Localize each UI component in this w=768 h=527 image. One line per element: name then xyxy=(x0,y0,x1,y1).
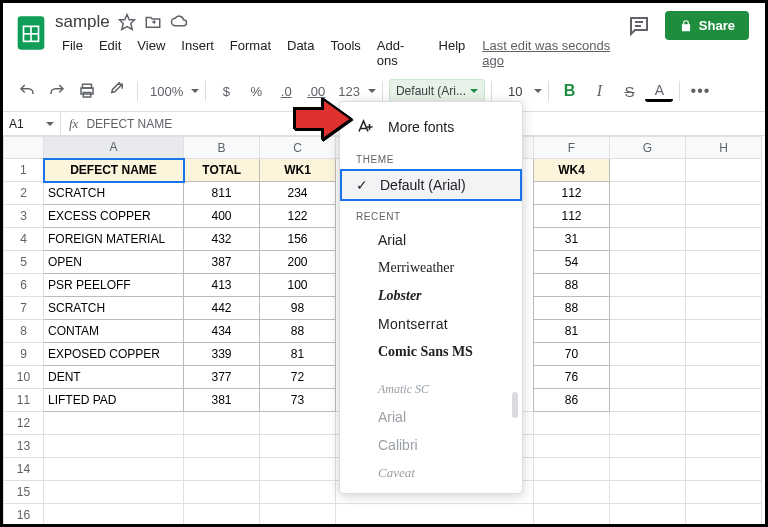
font-default-arial[interactable]: ✓ Default (Arial) xyxy=(340,169,522,201)
data-cell[interactable]: OPEN xyxy=(44,251,184,274)
font-calibri[interactable]: Calibri xyxy=(340,431,522,459)
data-cell[interactable]: 88 xyxy=(260,320,336,343)
data-cell[interactable]: 98 xyxy=(260,297,336,320)
data-cell[interactable]: 72 xyxy=(260,366,336,389)
empty-cell[interactable] xyxy=(610,481,686,504)
font-montserrat[interactable]: Montserrat xyxy=(340,310,522,338)
empty-cell[interactable] xyxy=(336,504,534,527)
font-family-select[interactable]: Default (Ari... xyxy=(389,79,485,103)
sheets-app-icon[interactable] xyxy=(13,11,49,55)
row-header[interactable]: 13 xyxy=(4,435,44,458)
empty-cell[interactable] xyxy=(184,458,260,481)
data-cell[interactable]: 112 xyxy=(534,182,610,205)
empty-cell[interactable] xyxy=(184,504,260,527)
italic-button[interactable]: I xyxy=(585,77,613,105)
dropdown-scrollbar-thumb[interactable] xyxy=(512,392,518,418)
last-edit-link[interactable]: Last edit was seconds ago xyxy=(482,35,627,71)
empty-cell[interactable] xyxy=(610,504,686,527)
data-cell[interactable]: SCRATCH xyxy=(44,297,184,320)
data-cell[interactable]: 76 xyxy=(534,366,610,389)
data-cell[interactable]: 400 xyxy=(184,205,260,228)
formula-input[interactable]: DEFECT NAME xyxy=(86,117,172,131)
data-cell[interactable]: 811 xyxy=(184,182,260,205)
empty-cell[interactable] xyxy=(260,481,336,504)
empty-cell[interactable] xyxy=(184,412,260,435)
empty-cell[interactable] xyxy=(44,504,184,527)
font-arial[interactable]: Arial xyxy=(340,226,522,254)
strikethrough-button[interactable]: S xyxy=(615,77,643,105)
row-header[interactable]: 12 xyxy=(4,412,44,435)
cloud-status-icon[interactable] xyxy=(170,13,188,31)
data-cell[interactable]: 381 xyxy=(184,389,260,412)
font-arial-2[interactable]: Arial xyxy=(340,403,522,431)
row-header[interactable]: 7 xyxy=(4,297,44,320)
row-header[interactable]: 9 xyxy=(4,343,44,366)
empty-cell[interactable] xyxy=(44,412,184,435)
zoom-select[interactable]: 100% xyxy=(144,84,199,99)
data-cell[interactable]: 86 xyxy=(534,389,610,412)
empty-cell[interactable] xyxy=(686,504,762,527)
col-header-h[interactable]: H xyxy=(686,137,762,159)
col-header-b[interactable]: B xyxy=(184,137,260,159)
data-cell[interactable]: SCRATCH xyxy=(44,182,184,205)
row-header[interactable]: 10 xyxy=(4,366,44,389)
row-header[interactable]: 3 xyxy=(4,205,44,228)
table-header-cell[interactable]: WK1 xyxy=(260,159,336,182)
col-header-f[interactable]: F xyxy=(534,137,610,159)
data-cell[interactable]: 122 xyxy=(260,205,336,228)
star-icon[interactable] xyxy=(118,13,136,31)
data-cell[interactable]: 112 xyxy=(534,205,610,228)
data-cell[interactable]: EXCESS COPPER xyxy=(44,205,184,228)
empty-cell[interactable] xyxy=(44,481,184,504)
menu-format[interactable]: Format xyxy=(223,35,278,71)
menu-data[interactable]: Data xyxy=(280,35,321,71)
row-header[interactable]: 15 xyxy=(4,481,44,504)
empty-cell[interactable] xyxy=(610,412,686,435)
data-cell[interactable]: PSR PEELOFF xyxy=(44,274,184,297)
data-cell[interactable]: 387 xyxy=(184,251,260,274)
data-cell[interactable]: 88 xyxy=(534,297,610,320)
row-header[interactable]: 16 xyxy=(4,504,44,527)
format-currency-button[interactable]: $ xyxy=(212,77,240,105)
data-cell[interactable]: 156 xyxy=(260,228,336,251)
empty-cell[interactable] xyxy=(686,458,762,481)
data-cell[interactable]: 100 xyxy=(260,274,336,297)
data-cell[interactable]: EXPOSED COPPER xyxy=(44,343,184,366)
font-lobster[interactable]: Lobster xyxy=(340,282,522,310)
empty-cell[interactable] xyxy=(260,458,336,481)
menu-file[interactable]: File xyxy=(55,35,90,71)
redo-button[interactable] xyxy=(43,77,71,105)
data-cell[interactable]: 234 xyxy=(260,182,336,205)
row-header[interactable]: 8 xyxy=(4,320,44,343)
data-cell[interactable]: 31 xyxy=(534,228,610,251)
menu-view[interactable]: View xyxy=(130,35,172,71)
empty-cell[interactable] xyxy=(534,504,610,527)
empty-cell[interactable] xyxy=(686,412,762,435)
row-header[interactable]: 4 xyxy=(4,228,44,251)
font-amatic-sc[interactable]: Amatic SC xyxy=(340,376,522,403)
data-cell[interactable]: 200 xyxy=(260,251,336,274)
table-header-cell[interactable]: DEFECT NAME xyxy=(44,159,184,182)
row-header[interactable]: 5 xyxy=(4,251,44,274)
select-all-corner[interactable] xyxy=(4,137,44,159)
paint-format-button[interactable] xyxy=(103,77,131,105)
data-cell[interactable]: 434 xyxy=(184,320,260,343)
font-comic-sans[interactable]: Comic Sans MS xyxy=(340,338,522,366)
data-cell[interactable]: 339 xyxy=(184,343,260,366)
name-box[interactable]: A1 xyxy=(3,112,61,135)
empty-cell[interactable] xyxy=(610,458,686,481)
bold-button[interactable]: B xyxy=(555,77,583,105)
row-header[interactable]: 14 xyxy=(4,458,44,481)
table-header-cell[interactable]: WK4 xyxy=(534,159,610,182)
table-header-cell[interactable]: TOTAL xyxy=(184,159,260,182)
menu-insert[interactable]: Insert xyxy=(174,35,221,71)
data-cell[interactable]: 81 xyxy=(260,343,336,366)
toolbar-more-button[interactable]: ••• xyxy=(686,77,714,105)
menu-tools[interactable]: Tools xyxy=(323,35,367,71)
menu-edit[interactable]: Edit xyxy=(92,35,128,71)
empty-cell[interactable] xyxy=(686,435,762,458)
empty-cell[interactable] xyxy=(260,412,336,435)
empty-cell[interactable] xyxy=(534,458,610,481)
menu-addons[interactable]: Add-ons xyxy=(370,35,430,71)
move-folder-icon[interactable] xyxy=(144,13,162,31)
